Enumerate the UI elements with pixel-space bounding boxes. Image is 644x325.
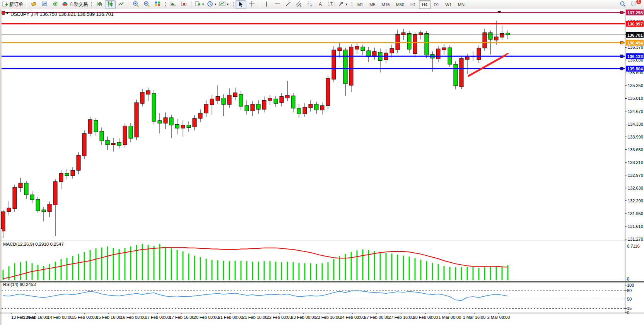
rsi-scale-label: 80	[627, 288, 632, 293]
templates-icon	[219, 1, 225, 8]
candle-body	[140, 92, 144, 103]
candle-body	[460, 58, 463, 87]
panel-divider[interactable]	[0, 282, 644, 282]
market-watch-button[interactable]	[28, 0, 39, 9]
separator	[26, 1, 27, 8]
time-tick-label: 28 Feb 08:00	[413, 315, 438, 320]
time-tick-label: 16 Feb 08:00	[121, 315, 146, 320]
candle-body	[100, 131, 104, 141]
crosshair-icon	[249, 1, 255, 8]
chat-button[interactable]: 1	[628, 0, 639, 9]
navigator-button[interactable]	[50, 0, 61, 9]
rsi-label: RSI(14) 60.2453	[3, 282, 36, 287]
timeframe-button-m1[interactable]: M1	[354, 0, 366, 9]
toolbar-grip[interactable]	[164, 1, 166, 8]
timeframe-button-m5[interactable]: M5	[366, 0, 378, 9]
candle-body	[280, 97, 284, 103]
panel-divider[interactable]	[0, 241, 644, 241]
zoom-in-button[interactable]	[130, 0, 141, 9]
timeframe-button-m30[interactable]: M30	[393, 0, 407, 9]
cursor-button[interactable]	[236, 0, 246, 9]
periods-button[interactable]: ▼	[206, 0, 218, 9]
toolbar-grip[interactable]	[351, 1, 353, 8]
price-tick-label: 135.010	[628, 96, 643, 101]
candle-body	[489, 32, 492, 39]
data-window-button[interactable]	[39, 0, 50, 9]
timeframe-button-h4[interactable]: H4	[419, 0, 430, 9]
candle-body	[146, 91, 150, 94]
new-order-button[interactable]: 新订单	[1, 0, 24, 9]
time-tick-label: 13 Feb 16:00	[23, 315, 48, 320]
candlestick-chart-button[interactable]	[105, 0, 116, 9]
candle-body	[425, 33, 429, 55]
indicators-button[interactable]: ▼	[193, 0, 206, 9]
candle-body	[65, 173, 69, 176]
timeframe-button-d1[interactable]: D1	[430, 0, 442, 9]
bar-chart-button[interactable]	[94, 0, 105, 9]
text-icon: A	[318, 1, 323, 8]
autotrading-button[interactable]: 自动交易	[61, 0, 89, 9]
timeframe-group: M1M5M15M30H1H4D1W1MN	[354, 0, 468, 9]
timeframe-button-m15[interactable]: M15	[378, 0, 393, 9]
candle-body	[193, 118, 196, 127]
vertical-line-button[interactable]	[261, 0, 272, 9]
fibonacci-button[interactable]: F	[304, 0, 315, 9]
hline-handle[interactable]	[620, 41, 623, 44]
candle-body	[24, 183, 28, 195]
toolbar-grip[interactable]	[91, 1, 92, 8]
hline-handle[interactable]	[620, 67, 623, 70]
zoom-in-icon	[133, 1, 139, 9]
chart-shift-button[interactable]	[179, 0, 190, 9]
svg-text:F: F	[311, 4, 312, 7]
candlestick-chart-icon	[107, 1, 113, 8]
panel-divider[interactable]	[0, 240, 644, 240]
periods-clock-icon	[207, 1, 213, 8]
text-label-button[interactable]: T	[326, 0, 337, 9]
price-badge-value: 135.804	[627, 67, 643, 71]
line-chart-button[interactable]	[116, 0, 126, 9]
search-icon	[620, 1, 626, 9]
text-button[interactable]: A	[315, 0, 326, 9]
zoom-out-button[interactable]	[141, 0, 152, 9]
toolbar-grip[interactable]	[232, 1, 234, 8]
candle-body	[396, 34, 400, 50]
tile-windows-button[interactable]	[152, 0, 163, 9]
candle-body	[71, 170, 75, 176]
time-tick-label: 17 Feb 00:00	[145, 315, 170, 320]
separator	[191, 1, 192, 8]
hline-handle[interactable]	[620, 55, 623, 58]
candle-body	[297, 108, 301, 114]
timeframe-button-h1[interactable]: H1	[407, 0, 419, 9]
candle-body	[500, 33, 504, 37]
macd-scale-zero: 0	[627, 277, 629, 281]
equidistant-channel-button[interactable]: E	[294, 0, 304, 9]
timeframe-button-w1[interactable]: W1	[442, 0, 455, 9]
timeframe-button-mn[interactable]: MN	[455, 0, 468, 9]
candle-body	[129, 126, 133, 138]
price-tick-label: 132.290	[628, 198, 643, 203]
time-tick-label: 15 Feb 00:00	[72, 315, 97, 320]
panel-divider[interactable]	[0, 281, 644, 282]
vertical-line-icon	[264, 1, 269, 8]
trendline-button[interactable]	[283, 0, 294, 9]
line-chart-icon	[118, 1, 124, 8]
shapes-button[interactable]: ▼	[337, 0, 349, 9]
chart-area[interactable]: USDJPY ,H4 136.750 136.821 136.589 136.7…	[0, 9, 644, 325]
price-badge-value: 136.494	[627, 41, 643, 45]
candle-body	[268, 98, 272, 101]
templates-button[interactable]: ▼	[218, 0, 231, 9]
candle-body	[19, 183, 22, 188]
candle-body	[309, 104, 313, 108]
candle-body	[222, 98, 225, 105]
search-button[interactable]	[617, 0, 628, 9]
dropdown-caret-icon: ▼	[226, 3, 229, 6]
autotrading-label: 自动交易	[69, 1, 88, 8]
new-order-icon	[2, 1, 8, 8]
horizontal-line-button[interactable]	[272, 0, 283, 9]
auto-scroll-button[interactable]	[168, 0, 179, 9]
scroll-marker[interactable]	[2, 228, 5, 231]
crosshair-button[interactable]	[246, 0, 257, 9]
candle-body	[506, 33, 510, 35]
hline-handle[interactable]	[620, 11, 623, 14]
price-badge-value: 136.997	[627, 22, 643, 26]
